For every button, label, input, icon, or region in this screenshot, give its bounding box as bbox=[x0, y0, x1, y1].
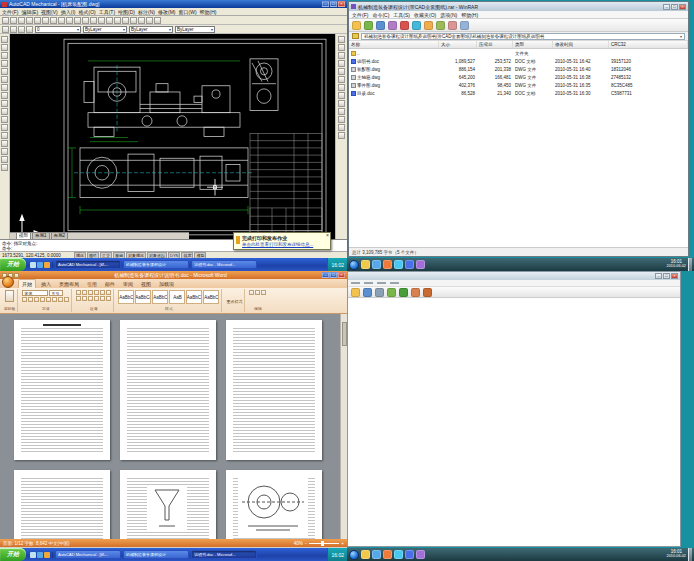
taskbar-button[interactable]: 说明书.doc - Microsof... bbox=[191, 550, 257, 559]
cad-toolbar-icon[interactable] bbox=[42, 17, 49, 24]
cad-draw-tool-icon[interactable] bbox=[1, 116, 8, 123]
cad-modify-tool-icon[interactable] bbox=[338, 132, 345, 139]
cad-modify-tool-icon[interactable] bbox=[338, 108, 345, 115]
rar-menu-item[interactable]: 帮助(H) bbox=[461, 12, 478, 18]
ribbon-tab[interactable]: 插入 bbox=[38, 280, 54, 288]
ribbon-button[interactable] bbox=[40, 297, 45, 302]
cad-draw-tool-icon[interactable] bbox=[1, 124, 8, 131]
cad-toolbar-icon[interactable] bbox=[130, 17, 137, 24]
show-desktop-icon[interactable] bbox=[30, 262, 36, 268]
winrar-icon[interactable] bbox=[416, 550, 425, 559]
cad-toolbar-icon[interactable] bbox=[10, 26, 17, 33]
media-player-icon[interactable] bbox=[44, 552, 50, 558]
maximize-button[interactable]: □ bbox=[671, 4, 678, 10]
minimize-button[interactable]: – bbox=[322, 1, 329, 7]
ie-icon[interactable] bbox=[37, 262, 43, 268]
view-icon[interactable] bbox=[388, 21, 397, 30]
balloon-close-icon[interactable]: × bbox=[326, 233, 329, 238]
cad-modify-tool-icon[interactable] bbox=[338, 124, 345, 131]
paste-button[interactable] bbox=[5, 290, 14, 302]
viewer-content[interactable] bbox=[348, 298, 680, 546]
menu-item[interactable] bbox=[390, 282, 399, 284]
cad-draw-tool-icon[interactable] bbox=[1, 92, 8, 99]
menu-item[interactable] bbox=[364, 282, 373, 284]
ribbon-button[interactable] bbox=[34, 297, 39, 302]
maximize-button[interactable]: □ bbox=[330, 1, 337, 7]
linetype-combo[interactable]: ByLayer▾ bbox=[129, 26, 173, 33]
taskbar-button[interactable]: 说明书.doc - Microsof... bbox=[191, 260, 257, 269]
cad-toolbar-icon[interactable] bbox=[26, 26, 33, 33]
cad-draw-tool-icon[interactable] bbox=[1, 132, 8, 139]
minimize-button[interactable]: – bbox=[322, 272, 329, 278]
ribbon-button[interactable] bbox=[100, 290, 105, 295]
archive-file-row[interactable]: 零件图.dwg402,37698,450DWG 文件2010-05-31 16:… bbox=[349, 81, 688, 89]
cad-draw-tool-icon[interactable] bbox=[1, 148, 8, 155]
cad-menu-item[interactable]: 修改(M) bbox=[158, 9, 176, 15]
open-icon[interactable] bbox=[351, 288, 360, 297]
close-button[interactable]: × bbox=[338, 1, 345, 7]
protect-icon[interactable] bbox=[448, 21, 457, 30]
menu-item[interactable] bbox=[377, 282, 386, 284]
show-desktop-button[interactable] bbox=[688, 548, 692, 561]
rar-menu-item[interactable]: 文件(F) bbox=[352, 12, 368, 18]
cad-draw-tool-icon[interactable] bbox=[1, 156, 8, 163]
cad-toolbar-icon[interactable] bbox=[122, 17, 129, 24]
up-folder-icon[interactable] bbox=[352, 33, 359, 39]
zoom-in-icon[interactable] bbox=[399, 288, 408, 297]
test-icon[interactable] bbox=[376, 21, 385, 30]
cad-menu-item[interactable]: 编辑(E) bbox=[21, 9, 38, 15]
ribbon-button[interactable] bbox=[249, 290, 254, 295]
zoom-out-button[interactable]: − bbox=[305, 541, 308, 546]
archive-path-combo[interactable]: 机械制造装备课程设计图纸及说明书(带CAD全套图纸)\机械制造装备课程设计图纸及… bbox=[361, 33, 685, 40]
cad-modify-tool-icon[interactable] bbox=[338, 36, 345, 43]
cad-toolbar-icon[interactable] bbox=[18, 26, 25, 33]
font-size-combo[interactable]: 五号 bbox=[49, 290, 63, 296]
balloon-details-link[interactable]: 单击此处查看打印和发布详细信息... bbox=[242, 242, 324, 247]
cad-toolbar-icon[interactable] bbox=[18, 17, 25, 24]
column-crc[interactable]: CRC32 bbox=[609, 41, 688, 48]
column-modified[interactable]: 修改时间 bbox=[553, 41, 609, 48]
viewer-titlebar[interactable]: –□× bbox=[348, 272, 680, 280]
taskbar-button[interactable]: 机械制造装备课程设计 bbox=[123, 550, 189, 559]
cad-toolbar-icon[interactable] bbox=[138, 17, 145, 24]
ribbon-button[interactable] bbox=[82, 290, 87, 295]
qq-icon[interactable] bbox=[394, 260, 403, 269]
rar-menu-item[interactable]: 工具(S) bbox=[393, 12, 410, 18]
cad-toolbar-icon[interactable] bbox=[74, 17, 81, 24]
cad-modify-tool-icon[interactable] bbox=[338, 76, 345, 83]
lineweight-combo[interactable]: ByLayer▾ bbox=[175, 26, 215, 33]
zoom-out-icon[interactable] bbox=[387, 288, 396, 297]
cad-drawing-canvas[interactable]: 模型布局1布局2 bbox=[10, 34, 335, 239]
ribbon-button[interactable] bbox=[76, 290, 81, 295]
find-icon[interactable] bbox=[412, 21, 421, 30]
cad-draw-tool-icon[interactable] bbox=[1, 164, 8, 171]
ribbon-button[interactable] bbox=[76, 296, 81, 301]
archive-file-row[interactable]: 装配图.dwg886,154201,338DWG 文件2010-05-31 16… bbox=[349, 65, 688, 73]
close-button[interactable]: × bbox=[679, 4, 686, 10]
cad-draw-tool-icon[interactable] bbox=[1, 60, 8, 67]
cad-draw-tool-icon[interactable] bbox=[1, 140, 8, 147]
vertical-scrollbar[interactable] bbox=[340, 314, 347, 539]
ribbon-button[interactable] bbox=[261, 290, 266, 295]
change-styles-button[interactable]: 更改样式 bbox=[224, 289, 245, 312]
cad-toolbar-icon[interactable] bbox=[98, 17, 105, 24]
style-gallery-item[interactable]: AaBbC bbox=[203, 290, 219, 304]
cad-menu-item[interactable]: 工具(T) bbox=[99, 9, 115, 15]
column-type[interactable]: 类型 bbox=[513, 41, 553, 48]
add-icon[interactable] bbox=[352, 21, 361, 30]
layout-tab[interactable]: 布局2 bbox=[51, 232, 69, 239]
cad-menu-item[interactable]: 插入(I) bbox=[61, 9, 76, 15]
ie-icon[interactable] bbox=[372, 550, 381, 559]
column-size[interactable]: 大小 bbox=[439, 41, 477, 48]
ribbon-button[interactable] bbox=[58, 297, 63, 302]
ribbon-button[interactable] bbox=[94, 290, 99, 295]
minimize-button[interactable]: – bbox=[663, 4, 670, 10]
start-button[interactable]: 开始 bbox=[0, 548, 26, 561]
cad-titlebar[interactable]: AutoCAD Mechanical - [机床装配图.dwg] –□× bbox=[0, 0, 347, 8]
media-player-icon[interactable] bbox=[383, 550, 392, 559]
layer-combo[interactable]: 0▾ bbox=[35, 26, 81, 33]
cad-toolbar-icon[interactable] bbox=[90, 17, 97, 24]
ribbon-tab[interactable]: 页面布局 bbox=[56, 280, 82, 288]
style-gallery-item[interactable]: AaBbCc bbox=[135, 290, 151, 304]
cad-modify-tool-icon[interactable] bbox=[338, 100, 345, 107]
